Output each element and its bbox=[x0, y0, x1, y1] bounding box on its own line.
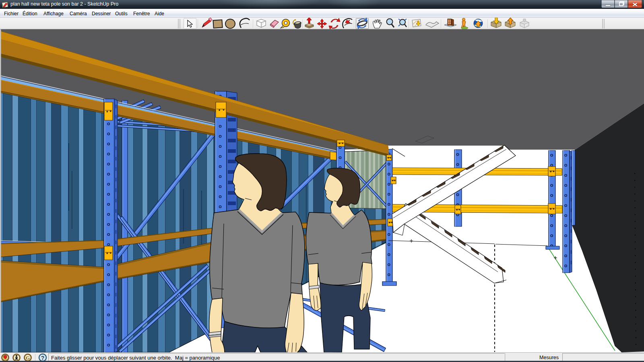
svg-text:?: ? bbox=[41, 355, 45, 361]
svg-text:G: G bbox=[26, 355, 30, 361]
